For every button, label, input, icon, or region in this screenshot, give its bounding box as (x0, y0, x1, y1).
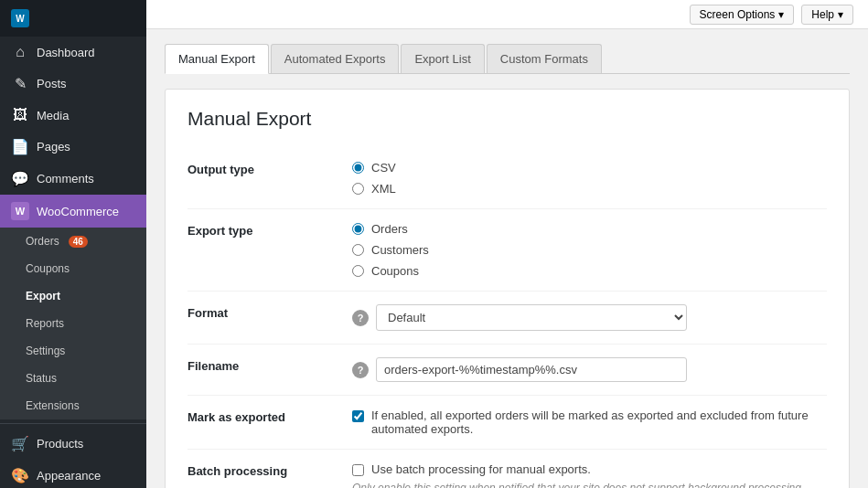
tab-custom-formats[interactable]: Custom Formats (487, 44, 602, 73)
export-customers-radio[interactable] (352, 244, 364, 256)
sidebar-item-label: Comments (37, 172, 94, 186)
filename-control: ? (352, 357, 827, 382)
export-coupons-radio[interactable] (352, 265, 364, 277)
screen-options-button[interactable]: Screen Options ▾ (690, 5, 795, 25)
export-coupons-option[interactable]: Coupons (352, 264, 827, 278)
export-type-label: Export type (188, 222, 352, 238)
output-csv-option[interactable]: CSV (352, 161, 827, 175)
wp-icon: W (11, 9, 29, 27)
sidebar-item-woocommerce[interactable]: W WooCommerce (0, 195, 146, 228)
export-label: Export (26, 290, 60, 302)
sidebar-item-appearance[interactable]: 🎨 Appearance (0, 460, 146, 488)
mark-exported-checkbox[interactable] (352, 410, 364, 422)
sidebar: W ⌂ Dashboard ✎ Posts 🖼 Media 📄 Pages 💬 … (0, 0, 146, 488)
tab-custom-label: Custom Formats (500, 52, 588, 66)
output-xml-label: XML (371, 182, 396, 196)
output-csv-radio[interactable] (352, 162, 364, 174)
sidebar-item-comments[interactable]: 💬 Comments (0, 163, 146, 195)
sidebar-item-posts[interactable]: ✎ Posts (0, 68, 146, 100)
batch-processing-row: Batch processing Use batch processing fo… (188, 450, 827, 488)
tab-manual-label: Manual Export (178, 52, 255, 66)
pages-icon: 📄 (11, 138, 29, 155)
media-icon: 🖼 (11, 107, 29, 123)
mark-exported-control: If enabled, all exported orders will be … (352, 408, 827, 436)
comments-icon: 💬 (11, 170, 29, 187)
output-type-label: Output type (188, 161, 352, 176)
sidebar-item-export[interactable]: Export (0, 282, 146, 310)
sidebar-item-products[interactable]: 🛒 Products (0, 428, 146, 460)
format-label: Format (188, 304, 352, 320)
filename-row: Filename ? (188, 345, 827, 396)
sidebar-item-extensions[interactable]: Extensions (0, 392, 146, 419)
appearance-icon: 🎨 (11, 467, 29, 484)
sidebar-woocommerce-label: WooCommerce (37, 205, 119, 218)
screen-options-chevron: ▾ (778, 8, 784, 21)
export-orders-radio[interactable] (352, 223, 364, 235)
sidebar-item-pages[interactable]: 📄 Pages (0, 131, 146, 163)
mark-exported-row: Mark as exported If enabled, all exporte… (188, 396, 827, 450)
export-type-control: Orders Customers Coupons (352, 222, 827, 278)
output-xml-radio[interactable] (352, 183, 364, 195)
export-card: Manual Export Output type CSV XML (165, 89, 850, 488)
status-label: Status (26, 372, 57, 385)
extensions-label: Extensions (26, 399, 80, 412)
sidebar-item-status[interactable]: Status (0, 365, 146, 392)
mark-exported-checkbox-row: If enabled, all exported orders will be … (352, 408, 827, 436)
sidebar-item-label: Posts (37, 77, 67, 90)
sidebar-item-label: Media (37, 109, 69, 122)
tab-automated-label: Automated Exports (284, 52, 386, 66)
output-type-control: CSV XML (352, 161, 827, 196)
divider-1 (0, 423, 146, 424)
tab-manual-export[interactable]: Manual Export (165, 44, 269, 74)
filename-help-icon[interactable]: ? (352, 362, 369, 378)
batch-processing-checkbox[interactable] (352, 464, 364, 476)
filename-input[interactable] (376, 357, 687, 382)
posts-icon: ✎ (11, 75, 29, 92)
reports-label: Reports (26, 317, 64, 330)
output-xml-option[interactable]: XML (352, 182, 827, 196)
tab-automated-exports[interactable]: Automated Exports (271, 44, 400, 73)
export-customers-option[interactable]: Customers (352, 243, 827, 257)
coupons-label: Coupons (26, 262, 70, 275)
batch-processing-control: Use batch processing for manual exports.… (352, 462, 827, 488)
tab-export-list[interactable]: Export List (401, 44, 484, 73)
format-select[interactable]: Default (376, 304, 687, 331)
export-orders-option[interactable]: Orders (352, 222, 827, 236)
sidebar-item-coupons[interactable]: Coupons (0, 255, 146, 282)
products-icon: 🛒 (11, 435, 29, 452)
site-logo[interactable]: W (0, 0, 146, 37)
page-title: Manual Export (188, 108, 827, 130)
woocommerce-submenu: Orders 46 Coupons Export Reports Setting… (0, 228, 146, 419)
export-coupons-label: Coupons (371, 264, 419, 278)
mark-exported-label: Mark as exported (188, 408, 352, 424)
appearance-label: Appearance (37, 469, 101, 483)
format-help-icon[interactable]: ? (352, 310, 369, 326)
batch-processing-help-text: Only enable this setting when notified t… (352, 482, 827, 488)
export-orders-label: Orders (371, 222, 408, 236)
sidebar-item-orders[interactable]: Orders 46 (0, 228, 146, 255)
settings-label: Settings (26, 345, 65, 357)
sidebar-item-media[interactable]: 🖼 Media (0, 100, 146, 131)
woocommerce-icon: W (11, 202, 29, 220)
main-area: Screen Options ▾ Help ▾ Manual Export Au… (146, 0, 868, 488)
sidebar-item-dashboard[interactable]: ⌂ Dashboard (0, 37, 146, 68)
output-type-radio-group: CSV XML (352, 161, 827, 196)
filename-label: Filename (188, 357, 352, 373)
orders-label: Orders (26, 235, 59, 248)
sidebar-item-reports[interactable]: Reports (0, 310, 146, 337)
filename-input-group: ? (352, 357, 827, 382)
mark-exported-description: If enabled, all exported orders will be … (371, 408, 827, 436)
format-row: Format ? Default (188, 292, 827, 345)
help-label: Help (811, 8, 834, 21)
tab-bar: Manual Export Automated Exports Export L… (165, 44, 850, 74)
output-csv-label: CSV (371, 161, 396, 175)
help-button[interactable]: Help ▾ (801, 5, 853, 25)
batch-processing-label: Batch processing (188, 462, 352, 478)
export-type-row: Export type Orders Customers (188, 209, 827, 292)
sidebar-item-settings[interactable]: Settings (0, 337, 146, 365)
batch-processing-description: Use batch processing for manual exports. (371, 462, 591, 476)
batch-processing-checkbox-row: Use batch processing for manual exports. (352, 462, 827, 476)
format-select-group: ? Default (352, 304, 827, 331)
tab-list-label: Export List (414, 52, 470, 66)
products-label: Products (37, 437, 83, 451)
